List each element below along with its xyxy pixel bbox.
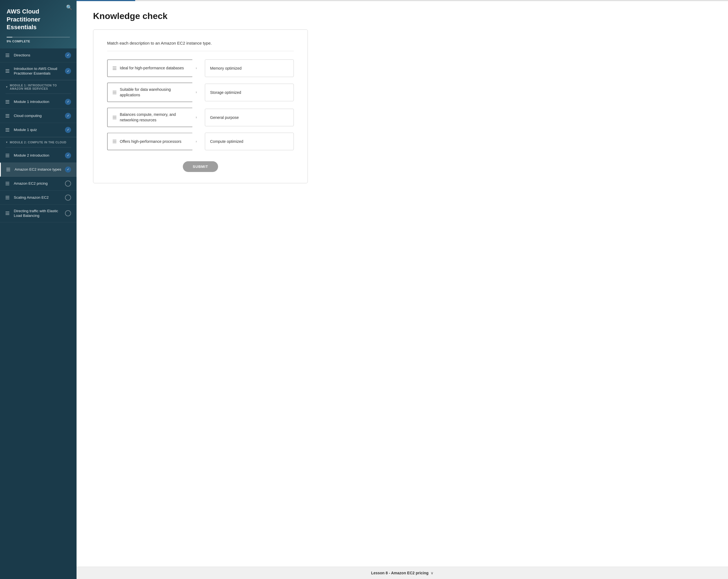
sidebar-header: 🔍 AWS Cloud Practitioner Essentials 9% C… xyxy=(0,0,77,49)
check-icon-intro: ✓ xyxy=(65,68,71,74)
section-header-module1: ▼ MODULE 1: INTRODUCTION TO AMAZON WEB S… xyxy=(0,80,77,92)
match-description-4[interactable]: Offers high-performance processors xyxy=(107,133,197,150)
drag-handle-4 xyxy=(113,140,116,143)
circle-icon-directing xyxy=(65,210,71,216)
hamburger-icon-cloud xyxy=(5,114,10,117)
sidebar-label-scaling-ec2: Scaling Amazon EC2 xyxy=(14,195,65,200)
match-desc-text-3: Balances compute, memory, and networking… xyxy=(120,112,191,123)
match-answer-4[interactable]: Compute optimized xyxy=(205,133,294,150)
submit-button[interactable]: SUBMIT xyxy=(183,161,218,172)
match-grid: Ideal for high-performance databases Mem… xyxy=(107,59,294,150)
section-label-module1: MODULE 1: INTRODUCTION TO AMAZON WEB SER… xyxy=(10,84,71,90)
match-desc-text-2: Suitable for data warehousing applicatio… xyxy=(120,87,191,98)
sidebar-item-module1-intro[interactable]: Module 1 introduction ✓ xyxy=(0,95,77,109)
match-description-1[interactable]: Ideal for high-performance databases xyxy=(107,59,197,77)
sidebar-label-ec2-pricing: Amazon EC2 pricing xyxy=(14,181,65,186)
match-desc-text-4: Offers high-performance processors xyxy=(120,139,181,144)
sidebar: 🔍 AWS Cloud Practitioner Essentials 9% C… xyxy=(0,0,77,579)
search-icon[interactable]: 🔍 xyxy=(66,4,72,10)
main-content: Knowledge check Match each description t… xyxy=(77,0,324,200)
hamburger-icon-intro xyxy=(5,70,10,73)
check-icon-ec2types: ✓ xyxy=(65,166,71,172)
match-row-1: Ideal for high-performance databases Mem… xyxy=(107,59,294,77)
match-answer-text-3: General purpose xyxy=(210,115,239,120)
bottom-lesson-label: Lesson 8 - Amazon EC2 pricing xyxy=(371,571,429,575)
hamburger-icon-ec2types xyxy=(6,168,11,171)
hamburger-icon-ec2pricing xyxy=(5,182,10,185)
sidebar-item-intro-aws[interactable]: Introduction to AWS Cloud Practitioner E… xyxy=(0,62,77,80)
sidebar-label-cloud-computing: Cloud computing xyxy=(14,113,65,118)
top-progress-bar xyxy=(77,0,728,1)
hamburger-icon-m1intro xyxy=(5,100,10,104)
match-answer-2[interactable]: Storage optimized xyxy=(205,84,294,101)
sidebar-item-ec2-instance-types[interactable]: Amazon EC2 instance types ✓ xyxy=(0,163,77,177)
hamburger-icon-directing xyxy=(5,212,10,215)
kc-instruction: Match each description to an Amazon EC2 … xyxy=(107,41,294,51)
match-row-3: Balances compute, memory, and networking… xyxy=(107,108,294,127)
arrow-module2: ▼ xyxy=(5,141,8,144)
sidebar-item-module2-intro[interactable]: Module 2 introduction ✓ xyxy=(0,148,77,163)
sidebar-item-scaling-ec2[interactable]: Scaling Amazon EC2 xyxy=(0,191,77,205)
sidebar-label-module2-intro: Module 2 introduction xyxy=(14,153,65,158)
section-label-module2: MODULE 2: COMPUTE IN THE CLOUD xyxy=(10,141,67,144)
sidebar-nav: Directions ✓ Introduction to AWS Cloud P… xyxy=(0,49,77,579)
sidebar-item-ec2-pricing[interactable]: Amazon EC2 pricing xyxy=(0,177,77,191)
main-content-area: Knowledge check Match each description t… xyxy=(77,0,728,579)
match-desc-text-1: Ideal for high-performance databases xyxy=(120,65,184,71)
check-icon-directions: ✓ xyxy=(65,52,71,58)
match-answer-text-1: Memory optimized xyxy=(210,66,241,71)
sidebar-title: AWS Cloud Practitioner Essentials xyxy=(7,8,70,31)
progress-label: 9% COMPLETE xyxy=(7,39,70,43)
bottom-spacer xyxy=(77,200,728,216)
check-icon-m1quiz: ✓ xyxy=(65,127,71,133)
circle-icon-ec2pricing xyxy=(65,181,71,187)
match-answer-text-4: Compute optimized xyxy=(210,139,243,144)
drag-handle-1 xyxy=(113,66,116,70)
divider-module2 xyxy=(5,147,71,147)
check-icon-m2intro: ✓ xyxy=(65,153,71,159)
page-title: Knowledge check xyxy=(93,11,308,21)
match-answer-text-2: Storage optimized xyxy=(210,90,241,95)
hamburger-icon-m1quiz xyxy=(5,128,10,132)
sidebar-item-directions[interactable]: Directions ✓ xyxy=(0,49,77,62)
sidebar-label-intro-aws: Introduction to AWS Cloud Practitioner E… xyxy=(14,66,65,76)
drag-handle-2 xyxy=(113,91,116,94)
sidebar-item-directing-traffic[interactable]: Directing traffic with Elastic Load Bala… xyxy=(0,205,77,222)
check-icon-m1intro: ✓ xyxy=(65,99,71,105)
sidebar-item-module1-quiz[interactable]: Module 1 quiz ✓ xyxy=(0,123,77,137)
sidebar-label-directions: Directions xyxy=(14,53,65,58)
check-icon-cloud: ✓ xyxy=(65,113,71,119)
sidebar-label-module1-quiz: Module 1 quiz xyxy=(14,128,65,132)
hamburger-icon-m2intro xyxy=(5,154,10,157)
match-answer-3[interactable]: General purpose xyxy=(205,109,294,126)
arrow-module1: ▼ xyxy=(5,86,8,88)
top-progress-fill xyxy=(77,0,135,1)
submit-wrap: SUBMIT xyxy=(107,161,294,172)
progress-bar-fill xyxy=(7,37,12,37)
circle-icon-scaling xyxy=(65,195,71,201)
divider-module1 xyxy=(5,93,71,94)
section-header-module2: ▼ MODULE 2: COMPUTE IN THE CLOUD xyxy=(0,137,77,146)
drag-handle-3 xyxy=(113,116,116,119)
sidebar-item-cloud-computing[interactable]: Cloud computing ✓ xyxy=(0,109,77,123)
match-row-4: Offers high-performance processors Compu… xyxy=(107,133,294,150)
hamburger-icon xyxy=(5,54,10,57)
match-row-2: Suitable for data warehousing applicatio… xyxy=(107,83,294,102)
sidebar-label-module1-intro: Module 1 introduction xyxy=(14,99,65,104)
chevron-down-icon: ∨ xyxy=(431,571,433,575)
hamburger-icon-scaling xyxy=(5,196,10,199)
match-answer-1[interactable]: Memory optimized xyxy=(205,59,294,77)
knowledge-check-card: Match each description to an Amazon EC2 … xyxy=(93,29,308,183)
match-description-3[interactable]: Balances compute, memory, and networking… xyxy=(107,108,197,127)
progress-bar-background xyxy=(7,37,70,37)
sidebar-label-directing-traffic: Directing traffic with Elastic Load Bala… xyxy=(14,209,65,218)
sidebar-label-ec2-instance-types: Amazon EC2 instance types xyxy=(15,167,65,172)
match-description-2[interactable]: Suitable for data warehousing applicatio… xyxy=(107,83,197,102)
bottom-bar[interactable]: Lesson 8 - Amazon EC2 pricing ∨ xyxy=(77,567,728,579)
